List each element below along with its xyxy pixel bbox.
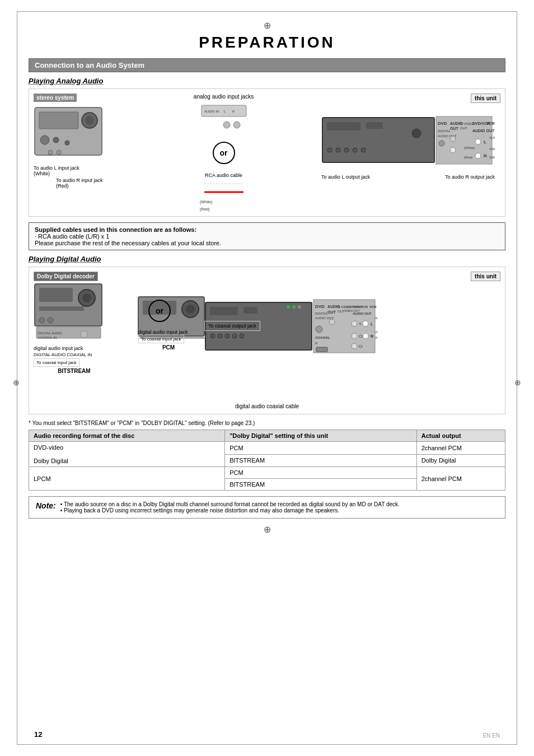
svg-point-67: [186, 305, 195, 314]
supplied-cables-box: Supplied cables used in this connection …: [29, 222, 505, 250]
svg-point-6: [65, 141, 69, 145]
svg-point-78: [232, 334, 237, 338]
analog-audio-title: Playing Analog Audio: [29, 77, 505, 85]
table-cell-output2: Dolby Digital: [416, 454, 505, 467]
svg-rect-54: [39, 288, 73, 302]
pcm-label: PCM: [138, 344, 199, 351]
svg-point-81: [292, 305, 296, 309]
this-unit-label: this unit: [471, 94, 500, 103]
svg-point-103: [352, 333, 357, 339]
svg-text:VIDEO OUT: VIDEO OUT: [489, 147, 495, 151]
svg-text:(White): (White): [200, 200, 213, 204]
svg-rect-57: [39, 306, 84, 311]
table-cell-output1: 2channel PCM: [416, 442, 505, 455]
svg-rect-74: [243, 307, 257, 314]
svg-text:DIGITAL: DIGITAL: [438, 129, 451, 133]
table-cell-setting1: PCM: [225, 442, 417, 455]
cable1: · RCA audio cable (L/R) x 1: [35, 233, 499, 240]
svg-point-24: [412, 129, 421, 138]
digital-audio-coaxial-in-label: DIGITAL AUDIO COAXIAL IN: [34, 352, 115, 357]
section-header: Connection to an Audio System: [29, 58, 505, 72]
note-label: Note:: [36, 501, 56, 510]
digital-audio-title: Playing Digital Audio: [29, 255, 505, 263]
note-bullet1: • The audio source on a disc in a Dolby …: [60, 501, 400, 507]
svg-text:AUDIO OUT: AUDIO OUT: [472, 129, 495, 133]
supplied-cables-title: Supplied cables used in this connection …: [35, 226, 499, 233]
left-compass: ⊕: [13, 378, 20, 387]
table-row: DVD-videoDolby Digital PCM 2channel PCM: [29, 442, 505, 455]
svg-text:AUDIO OUT: AUDIO OUT: [353, 312, 372, 315]
svg-rect-23: [366, 122, 383, 129]
page-wrapper: ⊕ ⊕ ⊕ PREPARATION Connection to an Audio…: [17, 11, 517, 745]
svg-point-34: [439, 141, 444, 146]
svg-point-37: [450, 136, 456, 142]
svg-point-3: [85, 116, 94, 125]
stereo-system-label: stereo system: [34, 94, 77, 102]
svg-text:AUDIO IN: AUDIO IN: [204, 110, 219, 113]
svg-text:R: R: [315, 342, 318, 345]
top-compass: ⊕: [29, 20, 505, 31]
digital-center-col: or DIGITAL AUDIO COAXIAL IN digital audi…: [120, 272, 199, 351]
svg-point-56: [82, 293, 91, 302]
svg-point-44: [475, 139, 481, 144]
to-coaxial-input-jack-label1: To coaxial input jack: [34, 358, 79, 367]
svg-point-38: [450, 147, 456, 153]
digital-layout: Dolby Digital decoder DIGITAL AUDIO COAX…: [34, 272, 500, 400]
dolby-col: Dolby Digital decoder DIGITAL AUDIO COAX…: [34, 272, 115, 374]
table-col1-header: Audio recording format of the disc: [29, 430, 225, 442]
svg-text:OUT: OUT: [460, 127, 467, 130]
digital-right-col: this unit: [204, 272, 500, 387]
svg-text:(Red): (Red): [200, 207, 210, 212]
analog-input-jacks-label: analog audio input jacks: [194, 94, 254, 100]
page-title: PREPARATION: [29, 34, 505, 52]
this-unit-col: this unit: [321, 94, 500, 180]
svg-text:COAXIAL: COAXIAL: [315, 336, 330, 339]
to-audio-l-input: To audio L input jack (White): [34, 165, 126, 176]
note-box: Note: • The audio source on a disc in a …: [29, 496, 505, 519]
svg-point-7: [48, 150, 53, 155]
page-number: 12: [34, 730, 42, 739]
svg-point-25: [327, 148, 332, 152]
svg-point-63: [81, 331, 87, 338]
dolby-label: Dolby Digital decoder: [34, 272, 98, 281]
digital-audio-input-jack-label: digital audio input jack: [34, 346, 115, 351]
dolby-device-svg: DIGITAL AUDIO COAXIAL IN: [34, 281, 106, 343]
svg-point-82: [298, 305, 301, 309]
stereo-device-svg: [34, 106, 106, 162]
svg-point-75: [210, 334, 215, 338]
stereo-system-col: stereo system: [34, 94, 126, 189]
svg-text:VCR: VCR: [486, 122, 495, 125]
digital-cable-label: digital audio coaxial cable: [34, 403, 500, 409]
page-lang: EN EN: [483, 732, 500, 739]
to-audio-r-input: To audio R input jack (Red): [56, 178, 126, 189]
table-cell-lpcm: LPCM: [29, 467, 225, 491]
svg-rect-1: [39, 112, 78, 129]
svg-rect-73: [210, 307, 238, 315]
svg-point-28: [353, 148, 357, 152]
bottom-compass: ⊕: [29, 524, 505, 535]
svg-text:DVD: DVD: [315, 304, 325, 309]
analog-layout: stereo system: [34, 94, 500, 212]
svg-point-59: [48, 318, 53, 323]
analog-center-col: analog audio input jacks AUDIO IN L R or: [126, 94, 321, 212]
svg-text:DIGITAL: DIGITAL: [315, 312, 329, 315]
svg-point-80: [287, 305, 290, 309]
table-row: LPCM PCM 2channel PCM: [29, 467, 505, 479]
svg-point-13: [223, 122, 230, 128]
svg-text:VCR: VCR: [369, 305, 377, 309]
note-bullet2: • Playing back a DVD using incorrect set…: [60, 507, 400, 514]
table-cell-setting3: PCM: [225, 467, 417, 479]
svg-text:OUT: OUT: [327, 310, 336, 314]
this-unit-label-digital: this unit: [471, 272, 500, 281]
table-col2-header: "Dolby Digital" setting of this unit: [225, 430, 417, 442]
svg-rect-22: [327, 122, 360, 130]
svg-text:COAXIAL IN: COAXIAL IN: [38, 336, 57, 339]
svg-point-5: [53, 137, 59, 143]
rca-cable-label: RCA audio cable: [205, 172, 242, 178]
right-compass: ⊕: [514, 378, 521, 387]
svg-point-27: [344, 148, 349, 152]
svg-text:(White): (White): [464, 146, 475, 150]
rca-connector-svg: AUDIO IN L R: [199, 102, 249, 136]
svg-point-109: [352, 343, 357, 349]
svg-point-58: [39, 318, 45, 323]
